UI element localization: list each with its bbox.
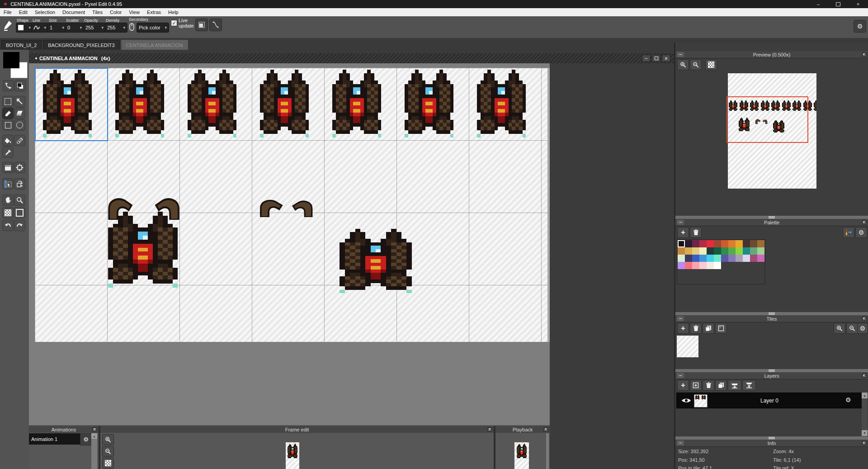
tab-centinela-animacion[interactable]: CENTINELA ANIMACION <box>121 40 188 50</box>
fill-bucket-tool[interactable] <box>2 135 14 146</box>
popout-arrow-icon[interactable] <box>862 52 867 57</box>
close-button[interactable]: × <box>848 0 868 8</box>
tile-stamp-tool[interactable] <box>2 162 14 173</box>
frame-edit-thumbnail[interactable] <box>286 442 299 469</box>
transform-tool[interactable] <box>14 178 25 189</box>
rectangle-tool[interactable] <box>2 119 14 131</box>
zoom-tool[interactable] <box>14 194 25 206</box>
line-dropdown[interactable]: ▾ <box>31 23 48 33</box>
opacity-dropdown[interactable]: 255 ▾ <box>83 23 106 33</box>
menu-color[interactable]: Color <box>106 8 125 16</box>
palette-swatch[interactable] <box>707 240 714 247</box>
palette-swatch[interactable] <box>685 247 692 255</box>
panel-resize-handle[interactable] <box>675 369 868 372</box>
palette-swatch[interactable] <box>757 240 764 247</box>
palette-swatch[interactable] <box>714 247 721 255</box>
secondary-dropdown[interactable]: Pick color ▾ <box>137 23 169 33</box>
palette-delete-color-button[interactable] <box>690 227 702 238</box>
frame-zoom-in-button[interactable] <box>102 434 114 445</box>
frame-edit-panel-header[interactable]: Frame edit <box>100 426 494 433</box>
scatter-dropdown[interactable]: 0 ▾ <box>65 23 84 33</box>
palette-add-color-button[interactable]: + <box>677 227 689 238</box>
palette-swatch[interactable] <box>692 240 699 247</box>
shape-dropdown[interactable]: ▾ <box>16 23 33 33</box>
animations-panel-header[interactable]: Animations <box>29 426 99 433</box>
palette-mixer-button[interactable] <box>843 227 854 238</box>
canvas-minimize-button[interactable]: – <box>642 55 651 62</box>
tile-thumbnail-empty[interactable] <box>677 336 698 357</box>
select-move-tool[interactable] <box>2 178 14 189</box>
palette-swatch[interactable] <box>736 247 743 255</box>
layer-merge-down-button[interactable] <box>728 380 741 391</box>
animation-settings-button[interactable]: ⚙ <box>80 433 92 445</box>
tab-boton-ui-2[interactable]: BOTON_UI_2 <box>1 40 42 50</box>
palette-swatch[interactable] <box>678 262 685 269</box>
tile-placer-tool[interactable] <box>14 162 25 173</box>
toggle-frame-button[interactable] <box>14 207 25 218</box>
redo-button[interactable] <box>14 220 25 231</box>
palette-swatch[interactable] <box>721 240 728 247</box>
palette-swatch[interactable] <box>721 247 728 255</box>
scroll-up-button[interactable]: ▲ <box>91 433 97 439</box>
palette-swatch[interactable] <box>736 255 743 262</box>
palette-swatch[interactable] <box>714 240 721 247</box>
layer-add-button[interactable]: + <box>677 380 689 391</box>
canvas-close-button[interactable]: × <box>662 55 670 62</box>
dither-pencil-tool[interactable] <box>14 135 25 146</box>
palette-swatch[interactable] <box>699 255 707 262</box>
menu-extras[interactable]: Extras <box>143 8 165 16</box>
swap-colors-button[interactable] <box>3 80 14 91</box>
palette-swatch[interactable] <box>728 240 736 247</box>
palette-swatch[interactable] <box>699 240 707 247</box>
palette-swatch[interactable] <box>750 240 757 247</box>
popout-arrow-icon[interactable] <box>862 316 867 321</box>
hand-tool[interactable] <box>2 194 14 206</box>
live-update-checkbox[interactable]: ✓ <box>171 20 177 26</box>
palette-swatch[interactable] <box>685 240 692 247</box>
palette-settings-button[interactable]: ⚙ <box>855 227 867 238</box>
palette-swatch[interactable] <box>728 247 736 255</box>
palette-swatch[interactable] <box>736 240 743 247</box>
preview-viewport-rectangle[interactable] <box>726 96 808 143</box>
tiles-delete-button[interactable] <box>690 323 702 334</box>
toolbar-settings-button[interactable]: ⚙ <box>854 20 866 33</box>
popout-arrow-icon[interactable] <box>92 427 98 432</box>
stroke-preview-button[interactable] <box>195 19 208 31</box>
pencil-tool[interactable] <box>2 108 14 119</box>
menu-help[interactable]: Help <box>165 8 182 16</box>
ellipse-tool[interactable] <box>14 119 25 131</box>
palette-panel-header[interactable]: – Palette <box>675 219 868 226</box>
collapse-button[interactable]: – <box>677 316 684 321</box>
tiles-add-button[interactable]: + <box>677 323 689 334</box>
popout-arrow-icon[interactable] <box>862 441 867 445</box>
scroll-down-button[interactable]: ▼ <box>862 430 868 436</box>
canvas-window-titlebar[interactable]: CENTINELA ANIMACION (4x) – × <box>29 53 674 63</box>
palette-swatch[interactable] <box>692 262 699 269</box>
palette-swatch[interactable] <box>743 247 750 255</box>
eyedropper-tool[interactable] <box>2 147 14 158</box>
palette-swatch[interactable] <box>678 240 685 247</box>
panel-resize-handle[interactable] <box>675 436 868 440</box>
tab-background-pixeledit3[interactable]: BACKGROUND_PIXELEDIT3 <box>43 40 119 50</box>
marquee-select-tool[interactable] <box>2 96 14 107</box>
preview-zoom-in-button[interactable] <box>677 59 689 70</box>
palette-swatch[interactable] <box>692 255 699 262</box>
tiles-zoom-out-button[interactable] <box>846 323 858 334</box>
palette-swatch[interactable] <box>757 247 764 255</box>
popout-arrow-icon[interactable] <box>862 373 867 378</box>
toggle-transparency-button[interactable] <box>2 207 14 218</box>
layer-delete-button[interactable] <box>703 380 714 391</box>
density-dropdown[interactable]: 255 ▾ <box>105 23 127 33</box>
palette-swatch[interactable] <box>750 255 757 262</box>
popout-arrow-icon[interactable] <box>543 427 549 432</box>
palette-swatch[interactable] <box>743 240 750 247</box>
palette-swatch[interactable] <box>678 255 685 262</box>
collapse-button[interactable]: – <box>677 373 684 378</box>
palette-swatch[interactable] <box>757 255 764 262</box>
frame-transparency-button[interactable] <box>102 458 114 469</box>
preview-transparency-button[interactable] <box>705 59 717 70</box>
canvas-restore-button[interactable] <box>652 55 660 62</box>
menu-document[interactable]: Document <box>59 8 89 16</box>
menu-view[interactable]: View <box>125 8 143 16</box>
palette-swatch[interactable] <box>685 255 692 262</box>
